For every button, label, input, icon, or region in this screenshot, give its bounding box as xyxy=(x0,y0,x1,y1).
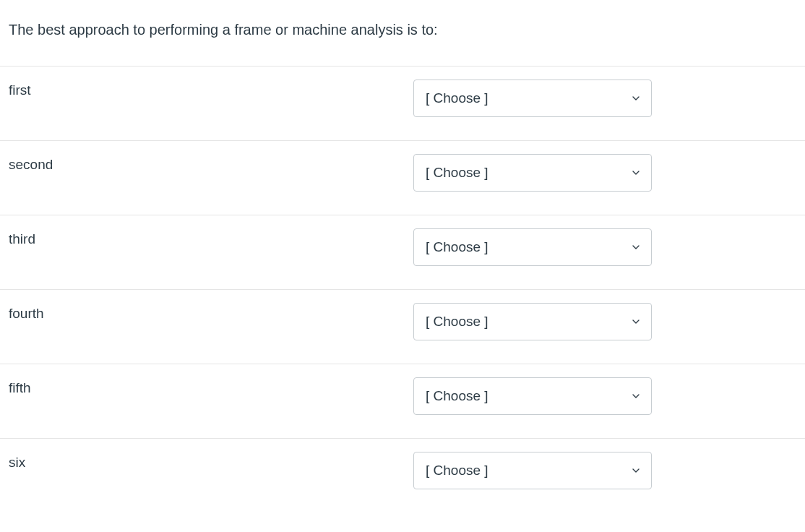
match-row-second: second [ Choose ] xyxy=(0,140,805,215)
match-row-fourth: fourth [ Choose ] xyxy=(0,289,805,364)
match-select-second[interactable]: [ Choose ] xyxy=(413,154,652,192)
match-select-wrap: [ Choose ] xyxy=(413,452,652,489)
match-select-six[interactable]: [ Choose ] xyxy=(413,452,652,489)
match-row-fifth: fifth [ Choose ] xyxy=(0,364,805,438)
match-label: first xyxy=(9,80,413,98)
match-label: fourth xyxy=(9,303,413,322)
match-select-wrap: [ Choose ] xyxy=(413,228,652,266)
match-select-wrap: [ Choose ] xyxy=(413,303,652,340)
match-label: six xyxy=(9,452,413,471)
match-select-third[interactable]: [ Choose ] xyxy=(413,228,652,266)
match-select-wrap: [ Choose ] xyxy=(413,80,652,117)
match-select-first[interactable]: [ Choose ] xyxy=(413,80,652,117)
match-row-six: six [ Choose ] xyxy=(0,438,805,512)
match-select-fourth[interactable]: [ Choose ] xyxy=(413,303,652,340)
match-row-first: first [ Choose ] xyxy=(0,66,805,140)
match-select-fifth[interactable]: [ Choose ] xyxy=(413,377,652,415)
match-label: third xyxy=(9,228,413,247)
match-select-wrap: [ Choose ] xyxy=(413,154,652,192)
match-row-third: third [ Choose ] xyxy=(0,215,805,289)
match-label: second xyxy=(9,154,413,173)
match-label: fifth xyxy=(9,377,413,396)
match-select-wrap: [ Choose ] xyxy=(413,377,652,415)
question-stem: The best approach to performing a frame … xyxy=(0,0,805,66)
